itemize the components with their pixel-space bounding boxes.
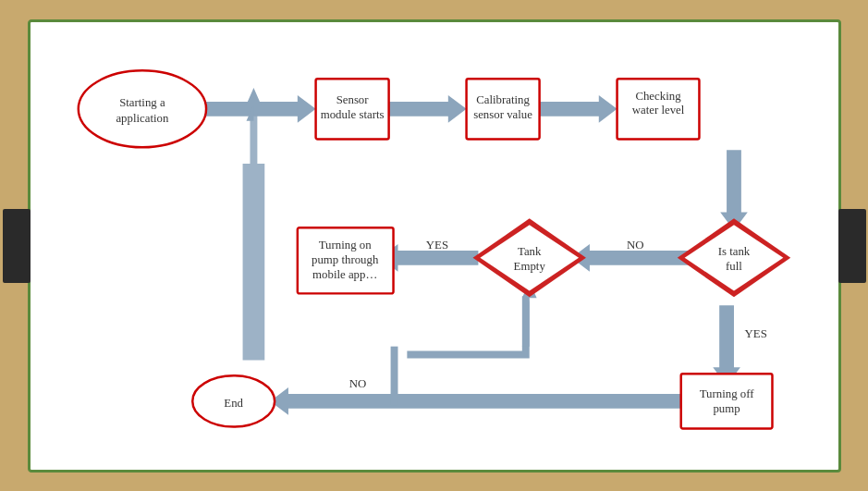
checking-label2: water level <box>631 103 684 116</box>
turningon-label3: mobile app… <box>312 267 377 280</box>
calib-label2: sensor value <box>473 107 532 120</box>
calib-label: Calibrating <box>476 92 530 105</box>
side-bar-left <box>3 209 31 283</box>
arrow-calib-check <box>539 95 617 123</box>
turningon-label2: pump through <box>312 252 379 265</box>
arrow-bent-join <box>390 346 397 405</box>
side-bar-right <box>838 209 866 283</box>
istank-label: Is tank <box>717 244 750 257</box>
istank-label2: full <box>726 259 742 272</box>
no1-label: NO <box>627 238 644 251</box>
yes1-label: YES <box>425 238 447 251</box>
arrow-offpump-end <box>270 387 680 415</box>
arrow-loop-up <box>242 113 264 360</box>
flowchart-page: Starting a application Sensor module sta… <box>28 19 841 473</box>
arrow-start-sensor <box>204 95 316 123</box>
tankempty-label2: Empty <box>513 259 545 272</box>
no2-label: NO <box>348 377 366 390</box>
arrow-check-istank <box>720 150 748 230</box>
arrow-sensor-calib <box>388 95 466 123</box>
end-label: End <box>224 396 243 409</box>
sensor-label: Sensor <box>336 92 369 105</box>
sensor-label2: module starts <box>320 107 384 120</box>
turningoff-label: Turning off <box>699 387 754 399</box>
turningon-label: Turning on <box>318 238 371 251</box>
flowchart-svg: Starting a application Sensor module sta… <box>31 22 838 470</box>
yes2-label: YES <box>744 326 766 339</box>
start-label2: application <box>116 111 169 124</box>
tankempty-label: Tank <box>517 244 541 257</box>
checking-label: Checking <box>635 89 681 102</box>
turningoff-label2: pump <box>713 401 740 414</box>
arrow-tankempty-down <box>407 296 529 358</box>
start-label: Starting a <box>119 95 165 108</box>
